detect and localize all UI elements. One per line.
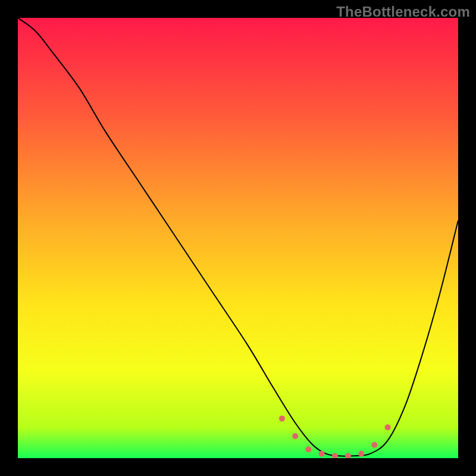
optimal-dot (292, 433, 298, 439)
optimal-dot (279, 415, 285, 421)
optimal-dot (358, 451, 364, 457)
chart-frame: TheBottleneck.com (0, 0, 476, 476)
gradient-background (18, 18, 458, 458)
optimal-dot (371, 442, 377, 448)
plot-area (18, 18, 458, 458)
bottleneck-chart (18, 18, 458, 458)
optimal-dot (305, 446, 311, 452)
watermark-text: TheBottleneck.com (336, 4, 470, 20)
optimal-dot (319, 451, 325, 457)
optimal-dot (385, 424, 391, 430)
